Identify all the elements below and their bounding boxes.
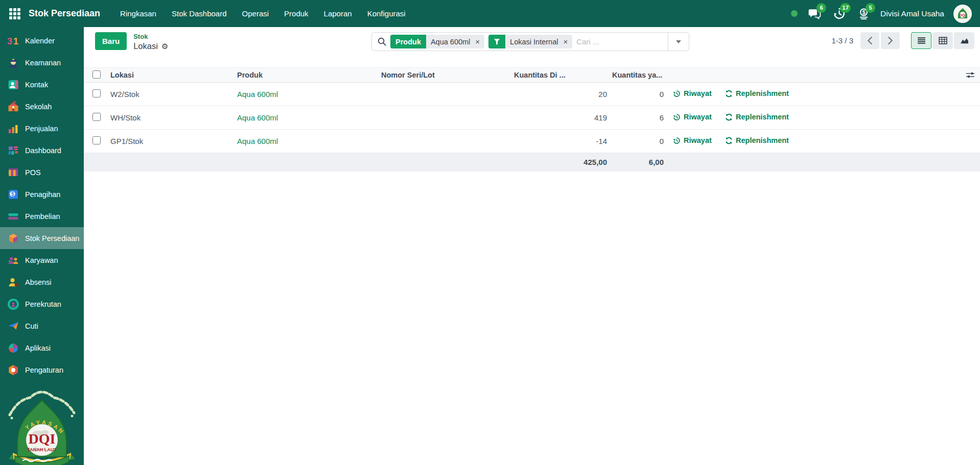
menu-operasi[interactable]: Operasi — [236, 5, 276, 22]
column-header-qty-reserved[interactable]: Kuantitas ya... — [612, 68, 668, 83]
search-icon — [372, 37, 390, 46]
apps-grid-icon[interactable] — [7, 6, 22, 21]
totals-row: 425,00 6,00 — [84, 153, 980, 172]
sidebar-item-label: Stok Persediaan — [25, 234, 79, 242]
column-header-serial[interactable]: Nomor Seri/Lot — [381, 68, 514, 83]
history-button[interactable]: Riwayat — [673, 136, 712, 144]
sidebar-item-penagihan[interactable]: $ Penagihan — [0, 183, 84, 205]
online-status-dot — [791, 10, 798, 17]
cell-qty-reserved: 0 — [612, 130, 668, 153]
menu-stok-dashboard[interactable]: Stok Dashboard — [165, 5, 234, 22]
sidebar-item-cuti[interactable]: Cuti — [0, 315, 84, 337]
select-all-checkbox[interactable] — [92, 70, 101, 79]
product-link[interactable]: Aqua 600ml — [237, 90, 278, 99]
activities-button[interactable]: 17 — [831, 6, 847, 21]
menu-ringkasan[interactable]: Ringkasan — [113, 5, 163, 22]
table-row[interactable]: GP1/Stok Aqua 600ml -14 0 Riwayat Replen… — [84, 130, 980, 153]
breadcrumb: Stok Lokasi ⚙ — [133, 32, 168, 52]
sales-chart-icon — [7, 123, 19, 135]
history-icon — [673, 113, 681, 121]
view-graph-button[interactable] — [954, 32, 974, 49]
total-qty-on-hand: 425,00 — [514, 153, 612, 172]
cell-serial — [381, 106, 514, 130]
topbar: Stok Persediaan Ringkasan Stok Dashboard… — [0, 0, 980, 27]
history-button[interactable]: Riwayat — [673, 113, 712, 121]
sidebar-item-label: Penjualan — [25, 125, 58, 133]
avatar[interactable]: DQI — [953, 5, 972, 23]
sidebar-item-karyawan[interactable]: Karyawan — [0, 249, 84, 271]
column-header-qty-on-hand[interactable]: Kuantitas Di ... — [514, 68, 612, 83]
sidebar-item-stok-persediaan[interactable]: Stok Persediaan — [0, 227, 84, 249]
sidebar-item-pengaturan[interactable]: Pengaturan — [0, 359, 84, 381]
replenishment-button[interactable]: Replenishment — [725, 113, 789, 121]
refresh-icon — [725, 137, 733, 144]
optional-columns-icon[interactable] — [961, 71, 980, 79]
sidebar-item-sekolah[interactable]: Sekolah — [0, 95, 84, 117]
sidebar-item-kalender[interactable]: 31 Kalender — [0, 30, 84, 52]
sidebar-item-label: Kontak — [25, 81, 48, 89]
user-menu[interactable]: Divisi Amal Usaha — [880, 9, 944, 18]
sidebar-item-aplikasi[interactable]: Aplikasi — [0, 337, 84, 359]
new-button[interactable]: Baru — [95, 32, 127, 50]
history-button[interactable]: Riwayat — [673, 89, 712, 97]
sidebar: 31 Kalender Keamanan Kontak Sekolah Penj… — [0, 27, 84, 465]
cell-lokasi: GP1/Stok — [110, 130, 237, 153]
replenishment-button[interactable]: Replenishment — [725, 89, 789, 97]
svg-text:1: 1 — [13, 36, 18, 46]
menu-produk[interactable]: Produk — [277, 5, 315, 22]
search-input[interactable] — [576, 37, 668, 46]
pager-previous-button[interactable] — [860, 32, 879, 49]
sidebar-item-absensi[interactable]: Absensi — [0, 271, 84, 293]
pager-next-button[interactable] — [881, 32, 900, 49]
revenue-button[interactable]: $ 5 — [856, 6, 871, 21]
row-checkbox[interactable] — [92, 113, 101, 121]
activities-badge: 17 — [840, 3, 851, 13]
sidebar-item-label: Keamanan — [25, 59, 61, 67]
view-list-button[interactable] — [911, 32, 931, 49]
action-gear-icon[interactable]: ⚙ — [161, 42, 168, 50]
messages-button[interactable]: 6 — [807, 6, 822, 21]
search-dropdown-toggle[interactable] — [668, 33, 689, 51]
row-checkbox[interactable] — [92, 136, 101, 144]
sidebar-item-label: Aplikasi — [25, 344, 51, 352]
app-name[interactable]: Stok Persediaan — [29, 8, 100, 19]
pivot-view-icon — [939, 37, 947, 44]
search-facet-produk: Produk Aqua 600ml × — [390, 35, 484, 48]
cell-lokasi: W2/Stok — [110, 83, 237, 106]
breadcrumb-parent[interactable]: Stok — [133, 33, 168, 41]
control-panel: Baru Stok Lokasi ⚙ Produk Aqua 600ml × — [84, 27, 980, 56]
billing-icon: $ — [7, 188, 19, 201]
top-menu: Ringkasan Stok Dashboard Operasi Produk … — [113, 5, 412, 22]
product-link[interactable]: Aqua 600ml — [237, 137, 278, 145]
sidebar-item-pos[interactable]: POS — [0, 161, 84, 183]
row-checkbox[interactable] — [92, 89, 101, 97]
svg-text:$: $ — [11, 190, 14, 197]
cell-qty-on-hand: 20 — [514, 83, 612, 106]
column-header-lokasi[interactable]: Lokasi — [110, 68, 237, 83]
column-header-produk[interactable]: Produk — [237, 68, 381, 83]
chevron-down-icon — [676, 40, 681, 43]
sidebar-item-keamanan[interactable]: Keamanan — [0, 52, 84, 74]
menu-konfigurasi[interactable]: Konfigurasi — [361, 5, 412, 22]
recruitment-icon — [7, 298, 19, 310]
table-row[interactable]: W2/Stok Aqua 600ml 20 0 Riwayat Replenis… — [84, 83, 980, 106]
list-view-icon — [917, 37, 926, 44]
view-pivot-button[interactable] — [932, 32, 953, 49]
breadcrumb-current: Lokasi — [133, 41, 158, 52]
product-link[interactable]: Aqua 600ml — [237, 113, 278, 122]
sidebar-item-perekrutan[interactable]: Perekrutan — [0, 293, 84, 315]
cell-lokasi: WH/Stok — [110, 106, 237, 130]
sidebar-item-pembelian[interactable]: Pembelian — [0, 205, 84, 227]
replenishment-button[interactable]: Replenishment — [725, 136, 789, 144]
sidebar-item-kontak[interactable]: Kontak — [0, 74, 84, 95]
cell-qty-on-hand: 419 — [514, 106, 612, 130]
search-bar: Produk Aqua 600ml × Lokasi Internal × — [371, 32, 689, 51]
facet-remove-icon[interactable]: × — [560, 35, 572, 48]
facet-remove-icon[interactable]: × — [472, 35, 484, 48]
sidebar-item-penjualan[interactable]: Penjualan — [0, 117, 84, 139]
security-guard-icon — [7, 57, 19, 69]
cell-qty-reserved: 0 — [612, 83, 668, 106]
table-row[interactable]: WH/Stok Aqua 600ml 419 6 Riwayat Repleni… — [84, 106, 980, 130]
menu-laporan[interactable]: Laporan — [317, 5, 359, 22]
sidebar-item-dashboard[interactable]: Dashboard — [0, 139, 84, 161]
